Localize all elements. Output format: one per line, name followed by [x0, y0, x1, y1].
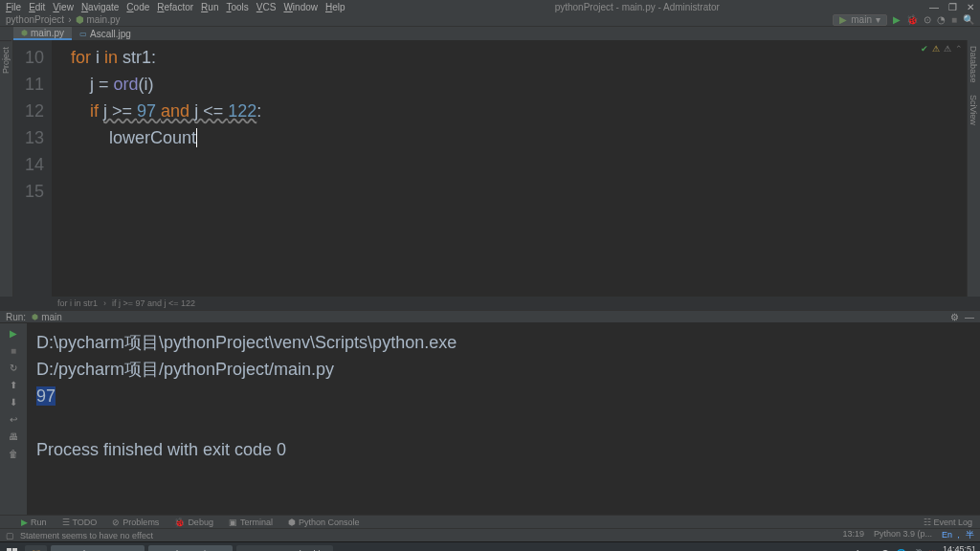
- main-area: Project 101112131415 for i in str1: j = …: [0, 40, 980, 297]
- tab-ascall-jpg[interactable]: ▭ Ascall.jpg: [72, 27, 139, 40]
- restart-button[interactable]: ↻: [8, 362, 19, 373]
- menu-help[interactable]: Help: [325, 2, 345, 12]
- run-config-selector[interactable]: ▶ main ▾: [833, 14, 887, 26]
- code-area[interactable]: for i in str1: j = ord(i) if j >= 97 and…: [52, 40, 967, 297]
- minimize-icon[interactable]: —: [929, 2, 939, 12]
- svg-rect-0: [7, 548, 11, 552]
- chevron-down-icon: ▾: [876, 14, 880, 25]
- interpreter-widget[interactable]: Python 3.9 (p...: [874, 529, 932, 541]
- menubar: File Edit View Navigate Code Refactor Ru…: [6, 0, 345, 13]
- btab-terminal[interactable]: ▣Terminal: [221, 518, 280, 527]
- btab-debug[interactable]: 🐞Debug: [167, 518, 221, 527]
- run-tab-label: main: [41, 312, 62, 322]
- tab-label: main.py: [31, 28, 64, 38]
- weak-warning-icon: ⚠: [944, 44, 951, 54]
- navigation-bar: pythonProject › ⬢ main.py ▶ main ▾ ▶ 🐞 ⊙…: [0, 13, 980, 27]
- run-tab-main[interactable]: ⬢ main: [26, 312, 68, 322]
- editor-inspection-widget[interactable]: ✔ ⚠ ⚠ ⌃: [921, 44, 963, 54]
- python-file-icon: ⬢: [76, 14, 84, 25]
- left-tool-strip: Project: [0, 40, 13, 297]
- system-tray[interactable]: ˄ ☁ ⬤ 🌐 🔊 🛡 14:45:51 2023/6/3: [856, 544, 976, 552]
- run-config-icon: ▶: [839, 14, 847, 25]
- gutter: 101112131415: [13, 40, 52, 297]
- ime-indicator[interactable]: En ， 半: [942, 529, 974, 541]
- taskbar-item-project[interactable]: ◆ pythonProject ...: [148, 545, 233, 552]
- warning-icon: ⚠: [932, 44, 940, 54]
- trash-button[interactable]: 🗑: [8, 448, 19, 459]
- search-everywhere-button[interactable]: 🔍: [963, 14, 974, 25]
- status-message: Statement seems to have no effect: [20, 531, 153, 540]
- maximize-icon[interactable]: ❐: [948, 2, 957, 12]
- clock[interactable]: 14:45:51 2023/6/3: [943, 544, 976, 552]
- menu-edit[interactable]: Edit: [29, 2, 45, 12]
- window-controls: — ❐ ✕: [929, 2, 974, 12]
- stop-button[interactable]: ■: [8, 344, 19, 356]
- code-editor[interactable]: 101112131415 for i in str1: j = ord(i) i…: [13, 40, 967, 297]
- caret-position[interactable]: 13:19: [842, 529, 864, 541]
- tab-label: Ascall.jpg: [90, 29, 131, 39]
- taskbar-item-pycharm[interactable]: ◆ PyCharm 2020.3.5: [51, 545, 145, 552]
- breadcrumb-segment[interactable]: if j >= 97 and j <= 122: [112, 298, 195, 308]
- gear-icon[interactable]: ⚙: [950, 312, 959, 322]
- run-title: Run:: [6, 312, 26, 322]
- debug-button[interactable]: 🐞: [906, 14, 918, 25]
- status-bar: ▢ Statement seems to have no effect 13:1…: [0, 528, 980, 541]
- menu-navigate[interactable]: Navigate: [81, 2, 119, 12]
- breadcrumb-file[interactable]: main.py: [87, 14, 121, 25]
- titlebar: File Edit View Navigate Code Refactor Ru…: [0, 0, 980, 13]
- btab-python-console[interactable]: ⬢Python Console: [280, 518, 368, 527]
- close-icon[interactable]: ✕: [967, 2, 974, 12]
- rerun-button[interactable]: ▶: [8, 327, 19, 339]
- menu-window[interactable]: Window: [283, 2, 318, 12]
- bottom-tool-tabs: ▶Run ☰TODO ⊘Problems 🐞Debug ▣Terminal ⬢P…: [0, 515, 980, 528]
- btab-run[interactable]: ▶Run: [13, 518, 55, 527]
- print-button[interactable]: 🖶: [8, 430, 19, 442]
- run-header: Run: ⬢ main ⚙ —: [0, 310, 980, 323]
- os-taskbar: 📁 ◆ PyCharm 2020.3.5 ◆ pythonProject ...…: [0, 541, 980, 551]
- tab-main-py[interactable]: ⬢ main.py: [13, 27, 72, 40]
- run-tool-window: Run: ⬢ main ⚙ — ▶ ■ ↻ ⬆ ⬇ ↩ 🖶 🗑 D:\pycha…: [0, 310, 980, 515]
- editor-tabs: ⬢ main.py ▭ Ascall.jpg: [0, 27, 980, 40]
- breadcrumb-project[interactable]: pythonProject: [6, 14, 64, 25]
- window-title: pythonProject - main.py - Administrator: [345, 2, 929, 12]
- menu-tools[interactable]: Tools: [226, 2, 248, 12]
- hide-icon[interactable]: —: [965, 312, 974, 322]
- check-icon: ✔: [921, 44, 928, 54]
- run-toolbar: ▶ ■ ↻ ⬆ ⬇ ↩ 🖶 🗑: [0, 323, 27, 515]
- code-breadcrumb: for i in str1 › if j >= 97 and j <= 122: [0, 297, 980, 310]
- image-file-icon: ▭: [79, 30, 87, 38]
- python-file-icon: ⬢: [21, 29, 28, 37]
- up-button[interactable]: ⬆: [8, 379, 19, 390]
- console-output[interactable]: D:\pycharm项目\pythonProject\venv\Scripts\…: [27, 323, 980, 515]
- taskbar-item[interactable]: 📁: [25, 545, 47, 552]
- run-button[interactable]: ▶: [893, 14, 901, 25]
- time: 14:45:51: [943, 544, 976, 552]
- profiler-button[interactable]: ◔: [937, 14, 946, 25]
- btab-problems[interactable]: ⊘Problems: [104, 518, 167, 527]
- start-button[interactable]: [4, 545, 21, 552]
- menu-view[interactable]: View: [53, 2, 74, 12]
- menu-run[interactable]: Run: [201, 2, 218, 12]
- stop-button[interactable]: ■: [951, 14, 957, 25]
- menu-code[interactable]: Code: [126, 2, 149, 12]
- run-coverage-button[interactable]: ⊙: [924, 14, 931, 25]
- btab-todo[interactable]: ☰TODO: [55, 518, 105, 527]
- sidetab-sciview[interactable]: SciView: [968, 89, 979, 131]
- sidetab-database[interactable]: Database: [968, 40, 979, 89]
- down-button[interactable]: ⬇: [8, 396, 19, 408]
- taskbar-item-obs[interactable]: ● OBS 27.2.4 (64-bi...: [236, 545, 333, 552]
- menu-vcs[interactable]: VCS: [256, 2, 277, 12]
- event-log-button[interactable]: ☷ Event Log: [916, 518, 980, 527]
- python-run-icon: ⬢: [32, 313, 38, 321]
- status-icon[interactable]: ▢: [6, 531, 14, 540]
- menu-refactor[interactable]: Refactor: [157, 2, 193, 12]
- right-tool-strip: Database SciView: [967, 40, 980, 297]
- run-config-name: main: [851, 14, 872, 25]
- svg-rect-1: [12, 548, 17, 552]
- sidetab-project[interactable]: Project: [0, 40, 11, 79]
- breadcrumb-segment[interactable]: for i in str1: [57, 298, 98, 308]
- menu-file[interactable]: File: [6, 2, 21, 12]
- expand-icon: ⌃: [955, 44, 963, 54]
- soft-wrap-button[interactable]: ↩: [8, 413, 19, 425]
